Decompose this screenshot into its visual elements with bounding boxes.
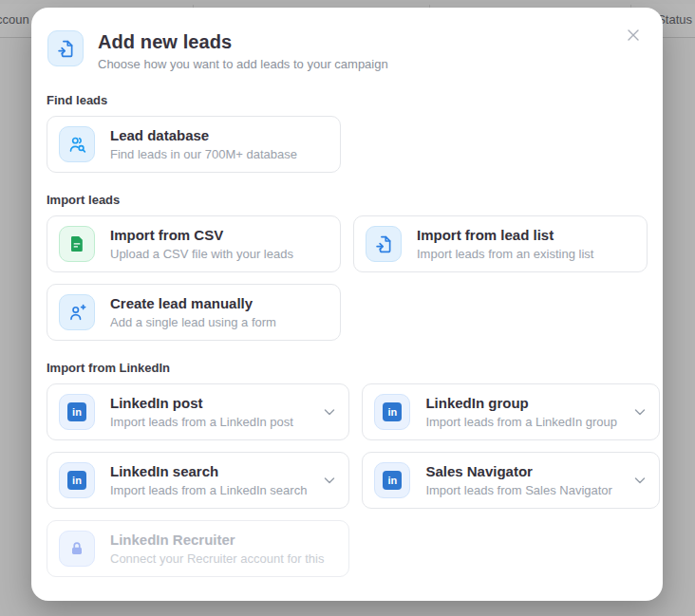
- card-import-lead-list[interactable]: Import from lead list Import leads from …: [353, 215, 648, 272]
- card-title: Sales Navigator: [425, 462, 617, 480]
- modal-header: Add new leads Choose how you want to add…: [47, 30, 648, 73]
- linkedin-badge: in: [383, 471, 402, 490]
- card-create-lead-manually[interactable]: Create lead manually Add a single lead u…: [47, 284, 341, 341]
- add-new-leads-modal: Add new leads Choose how you want to add…: [31, 8, 663, 601]
- chevron-down-icon[interactable]: [632, 473, 648, 488]
- card-subtitle: Import leads from a LinkedIn group: [425, 414, 617, 430]
- card-subtitle: Add a single lead using a form: [110, 314, 329, 330]
- chevron-down-icon[interactable]: [322, 404, 337, 420]
- modal-heading-text: Add new leads Choose how you want to add…: [98, 30, 388, 73]
- section-label: Import leads: [47, 193, 648, 208]
- chevron-down-icon[interactable]: [322, 473, 337, 488]
- card-lead-database[interactable]: Lead database Find leads in our 700M+ da…: [47, 116, 341, 173]
- users-search-icon: [59, 126, 95, 162]
- card-title: LinkedIn Recruiter: [110, 531, 337, 549]
- linkedin-icon: in: [374, 394, 410, 430]
- lock-icon: [59, 531, 95, 567]
- user-plus-icon: [59, 294, 95, 330]
- card-sales-navigator[interactable]: in Sales Navigator Import leads from Sal…: [362, 452, 660, 509]
- card-title: Import from CSV: [110, 226, 329, 244]
- linkedin-icon: in: [374, 462, 410, 498]
- grid-spacer: [362, 520, 660, 577]
- card-title: LinkedIn group: [425, 394, 617, 412]
- card-title: LinkedIn post: [110, 394, 307, 412]
- card-title: LinkedIn search: [110, 462, 307, 480]
- chevron-down-icon[interactable]: [632, 404, 648, 420]
- card-subtitle: Find leads in our 700M+ database: [110, 146, 329, 162]
- table-header-account: ccoun: [0, 12, 29, 27]
- document-import-icon: [47, 30, 84, 66]
- card-linkedin-post[interactable]: in LinkedIn post Import leads from a Lin…: [47, 383, 349, 440]
- card-subtitle: Upload a CSV file with your leads: [110, 246, 329, 262]
- linkedin-icon: in: [59, 394, 95, 430]
- card-import-csv[interactable]: Import from CSV Upload a CSV file with y…: [47, 215, 341, 272]
- section-find-leads: Find leads Lead database Find leads in o…: [47, 93, 648, 173]
- card-subtitle: Import leads from a LinkedIn search: [110, 482, 307, 498]
- linkedin-badge: in: [67, 471, 86, 490]
- section-label: Find leads: [47, 93, 648, 108]
- section-import-leads: Import leads Import from CSV Upload a CS…: [47, 193, 648, 341]
- card-title: Create lead manually: [110, 294, 329, 312]
- grid-spacer: [353, 284, 648, 341]
- section-label: Import from LinkedIn: [47, 361, 648, 376]
- linkedin-badge: in: [67, 402, 86, 421]
- close-icon: [625, 27, 642, 44]
- card-subtitle: Import leads from Sales Navigator: [425, 482, 617, 498]
- grid-spacer: [353, 116, 648, 173]
- modal-title: Add new leads: [98, 30, 388, 53]
- card-linkedin-group[interactable]: in LinkedIn group Import leads from a Li…: [362, 383, 660, 440]
- card-linkedin-search[interactable]: in LinkedIn search Import leads from a L…: [47, 452, 349, 509]
- card-linkedin-recruiter: LinkedIn Recruiter Connect your Recruite…: [47, 520, 349, 577]
- card-subtitle: Import leads from a LinkedIn post: [110, 414, 307, 430]
- card-title: Lead database: [110, 126, 329, 144]
- document-import-icon: [366, 226, 402, 262]
- section-import-from-linkedin: Import from LinkedIn in LinkedIn post Im…: [47, 361, 648, 577]
- linkedin-badge: in: [383, 402, 402, 421]
- modal-subtitle: Choose how you want to add leads to your…: [98, 56, 388, 73]
- close-button[interactable]: [623, 25, 644, 46]
- linkedin-icon: in: [59, 462, 95, 498]
- card-subtitle: Import leads from an existing list: [417, 246, 635, 262]
- card-title: Import from lead list: [417, 226, 635, 244]
- card-subtitle: Connect your Recruiter account for this: [110, 551, 337, 567]
- csv-file-icon: [59, 226, 95, 262]
